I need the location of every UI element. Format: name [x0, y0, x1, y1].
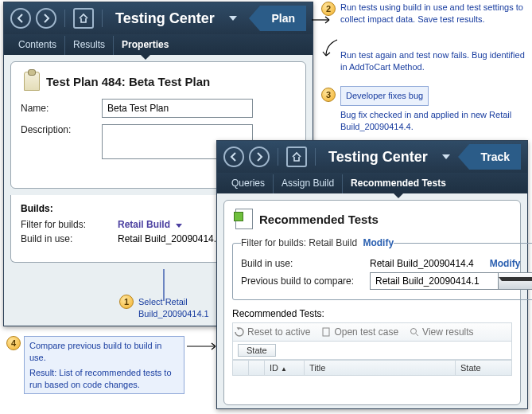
app-title: Testing Center — [324, 149, 433, 166]
tab-track[interactable]: Track — [469, 144, 521, 170]
svg-rect-0 — [323, 328, 329, 336]
clipboard-icon — [24, 72, 40, 91]
panel-title-text: Test Plan 484: Beta Test Plan — [46, 75, 210, 88]
subnav-properties[interactable]: Properties — [114, 36, 177, 55]
filter-fieldset: Filter for builds: Retail Build Modify B… — [232, 237, 532, 300]
col-id[interactable]: ID ▲ — [265, 361, 305, 375]
annotation-marker-4: 4 — [6, 336, 21, 350]
col-checkbox[interactable] — [233, 361, 249, 375]
col-state[interactable]: State — [456, 361, 511, 375]
subnav-contents[interactable]: Contents — [10, 36, 65, 55]
view-results-button[interactable]: View results — [410, 326, 473, 338]
recommended-tests-panel: Recommended Tests Filter for builds: Ret… — [223, 200, 521, 405]
refresh-icon — [235, 327, 244, 337]
back-button[interactable] — [223, 146, 244, 167]
modify-build-link[interactable]: Modify — [490, 258, 521, 269]
svg-point-1 — [411, 329, 417, 334]
subnav-assign-build[interactable]: Assign Build — [274, 174, 343, 193]
build-in-use-value: Retail Build_20090414.1 — [118, 233, 222, 244]
filter-legend: Filter for builds: Retail Build Modify — [241, 237, 394, 248]
sort-asc-icon: ▲ — [281, 365, 287, 373]
panel-title-text: Recommended Tests — [259, 213, 379, 226]
annotation-3b-text: Bug fix checked in and applied in new Re… — [340, 109, 515, 133]
filter-label: Filter for builds: — [21, 219, 108, 230]
subnav-queries[interactable]: Queries — [223, 174, 274, 193]
col-title[interactable]: Title — [305, 361, 456, 375]
filter-dropdown[interactable]: Retail Build — [118, 219, 182, 230]
build-in-use-value: Retail Build_20090414.4 — [370, 258, 474, 269]
grid-header: ID ▲ Title State — [232, 360, 512, 376]
home-button[interactable] — [286, 146, 307, 167]
chevron-down-icon[interactable] — [442, 154, 450, 159]
recommended-tests-label: Recommended Tests: — [232, 308, 512, 319]
separator — [278, 148, 278, 166]
prev-build-combo[interactable]: Retail Build_20090414.1 — [370, 272, 532, 290]
panel-title: Recommended Tests — [235, 209, 512, 229]
chevron-down-icon[interactable] — [498, 273, 532, 289]
filter-value: Retail Build — [118, 219, 170, 230]
document-icon — [235, 209, 253, 229]
build-in-use-label: Build in use: — [241, 258, 360, 269]
state-filter-button[interactable]: State — [238, 344, 276, 357]
prev-build-label: Previous build to compare: — [241, 275, 360, 287]
separator — [64, 10, 65, 27]
annotation-marker-1: 1 — [119, 295, 134, 309]
build-in-use-label: Build in use: — [21, 233, 108, 244]
separator — [315, 148, 316, 166]
name-input[interactable] — [102, 99, 253, 118]
tab-plan[interactable]: Plan — [260, 6, 306, 31]
col-icon — [249, 361, 265, 375]
document-icon — [321, 327, 331, 337]
prev-build-value: Retail Build_20090414.1 — [371, 273, 498, 289]
app-title: Testing Center — [111, 10, 219, 27]
panel-title: Test Plan 484: Beta Test Plan — [24, 72, 296, 91]
chevron-down-icon[interactable] — [229, 16, 237, 21]
annotation-4b-text: Result: List of recommended tests to run… — [29, 367, 179, 391]
grid-toolbar: Reset to active Open test case View resu… — [232, 322, 512, 341]
modify-filter-link[interactable]: Modify — [363, 237, 394, 248]
tab-pointer-icon — [249, 6, 260, 31]
name-label: Name: — [21, 103, 92, 114]
description-label: Description: — [21, 124, 92, 135]
chevron-down-icon — [176, 224, 182, 228]
annotation-2a-text: Run tests using build in use and test se… — [340, 2, 524, 25]
tab-pointer-icon — [458, 144, 469, 170]
open-test-case-button[interactable]: Open test case — [321, 326, 398, 338]
back-button[interactable] — [10, 8, 31, 29]
annotation-4a-text: Compare previous build to build in use. — [29, 340, 179, 364]
subnav-recommended-tests[interactable]: Recommended Tests — [343, 174, 454, 193]
search-icon — [410, 327, 419, 337]
annotation-marker-2: 2 — [321, 2, 336, 16]
forward-button[interactable] — [36, 8, 56, 29]
subnav-results[interactable]: Results — [65, 36, 114, 55]
annotation-marker-3: 3 — [321, 88, 336, 102]
annotation-2b-text: Run test again and test now fails. Bug i… — [340, 49, 525, 73]
forward-button[interactable] — [249, 146, 270, 167]
separator — [102, 10, 103, 27]
home-button[interactable] — [73, 8, 94, 29]
reset-to-active-button[interactable]: Reset to active — [235, 326, 310, 338]
annotation-3a-text: Developer fixes bug — [340, 86, 429, 106]
